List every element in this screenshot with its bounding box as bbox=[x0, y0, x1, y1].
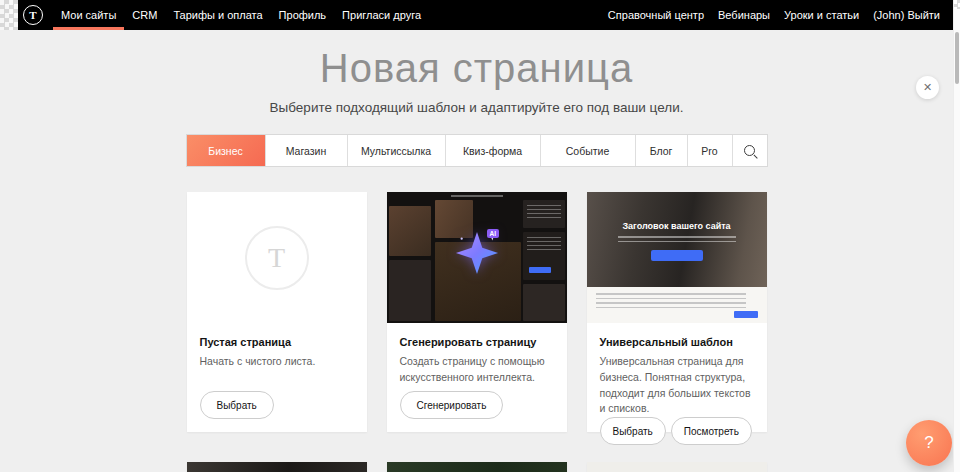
close-icon[interactable]: ✕ bbox=[916, 76, 939, 99]
collage-text-block bbox=[523, 200, 565, 228]
nav-crm[interactable]: CRM bbox=[124, 0, 165, 30]
view-template-button[interactable]: Посмотреть bbox=[671, 417, 752, 445]
tilda-logo[interactable]: T bbox=[23, 5, 43, 25]
page-subtitle: Выберите подходящий шаблон и адаптируйте… bbox=[0, 100, 953, 115]
card-description: Универсальная страница для бизнеса. Поня… bbox=[600, 354, 754, 417]
preview-blue-button bbox=[529, 267, 551, 273]
card-title: Сгенерировать страницу bbox=[400, 336, 554, 348]
template-category-tabs: Бизнес Магазин Мультиссылка Квиз-форма С… bbox=[186, 134, 768, 167]
tilda-logo-letter: T bbox=[29, 9, 36, 21]
card-generate-page[interactable]: AI Сгенерировать страницу Создать страни… bbox=[387, 192, 567, 432]
new-page-dialog: ✕ Новая страница Выберите подходящий шаб… bbox=[0, 30, 953, 472]
tab-multilink[interactable]: Мультиссылка bbox=[347, 135, 445, 166]
card-universal-template[interactable]: Заголовок вашего сайта Универсальный шаб… bbox=[587, 192, 767, 432]
tab-search[interactable] bbox=[732, 135, 767, 166]
scrollbar-track[interactable] bbox=[953, 0, 960, 472]
nav-tariffs-payment[interactable]: Тарифы и оплата bbox=[165, 0, 270, 30]
collage-image bbox=[523, 284, 565, 321]
tab-quiz-form[interactable]: Квиз-форма bbox=[445, 135, 540, 166]
card-body: Сгенерировать страницу Создать страницу … bbox=[387, 323, 567, 432]
card-description: Начать с чистого листа. bbox=[200, 354, 354, 370]
template-card-partial[interactable] bbox=[387, 462, 567, 472]
scrollbar-thumb[interactable] bbox=[955, 32, 959, 84]
nav-invite-friend[interactable]: Пригласи друга bbox=[334, 0, 429, 30]
preview-blue-button bbox=[651, 250, 703, 261]
ai-generate-preview: AI bbox=[387, 192, 567, 323]
nav-webinars[interactable]: Вебинары bbox=[711, 0, 777, 30]
tilda-mark-icon: T bbox=[245, 226, 309, 290]
tab-pro[interactable]: Pro bbox=[687, 135, 732, 166]
nav-logout[interactable]: (John) Выйти bbox=[866, 0, 947, 30]
tab-event[interactable]: Событие bbox=[540, 135, 635, 166]
collage-image bbox=[389, 260, 431, 321]
template-cards-row-partial bbox=[187, 462, 767, 472]
card-title: Универсальный шаблон bbox=[600, 336, 754, 348]
help-button[interactable]: ? bbox=[906, 420, 952, 466]
card-actions: Выбрать Посмотреть bbox=[600, 417, 754, 445]
card-body: Универсальный шаблон Универсальная стран… bbox=[587, 323, 767, 458]
page-title: Новая страница bbox=[0, 46, 953, 91]
card-title: Пустая страница bbox=[200, 336, 354, 348]
fake-text-lines bbox=[527, 205, 561, 219]
ai-badge: AI bbox=[487, 229, 500, 238]
card-description: Создать страницу с помощью искусственног… bbox=[400, 354, 554, 386]
collage-text-block bbox=[523, 232, 565, 280]
preview-header-line bbox=[451, 195, 503, 197]
nav-my-sites[interactable]: Мои сайты bbox=[53, 0, 124, 30]
nav-lessons-articles[interactable]: Уроки и статьи bbox=[777, 0, 866, 30]
topbar-spacer bbox=[429, 0, 601, 30]
fake-text-lines bbox=[527, 237, 561, 251]
topbar-right-nav: Справочный центр Вебинары Уроки и статьи… bbox=[601, 0, 947, 30]
transparency-checker-left bbox=[0, 0, 18, 30]
topbar: T Мои сайты CRM Тарифы и оплата Профиль … bbox=[0, 0, 953, 30]
collage-image bbox=[389, 206, 431, 256]
card-actions: Выбрать bbox=[200, 391, 354, 419]
preview-blue-button bbox=[734, 311, 758, 318]
template-card-partial[interactable] bbox=[587, 462, 767, 472]
template-hero: Заголовок вашего сайта bbox=[587, 192, 767, 287]
card-body: Пустая страница Начать с чистого листа. … bbox=[187, 323, 367, 432]
choose-blank-button[interactable]: Выбрать bbox=[200, 391, 274, 419]
template-card-partial[interactable] bbox=[187, 462, 367, 472]
universal-template-preview: Заголовок вашего сайта bbox=[587, 192, 767, 323]
nav-profile[interactable]: Профиль bbox=[271, 0, 335, 30]
topbar-left-nav: Мои сайты CRM Тарифы и оплата Профиль Пр… bbox=[53, 0, 429, 30]
choose-template-button[interactable]: Выбрать bbox=[600, 417, 666, 445]
template-hero-heading: Заголовок вашего сайта bbox=[622, 221, 730, 231]
search-icon bbox=[744, 145, 755, 156]
fake-text-lines bbox=[618, 236, 736, 243]
tab-blog[interactable]: Блог bbox=[635, 135, 687, 166]
generate-button[interactable]: Сгенерировать bbox=[400, 391, 504, 419]
blank-page-preview: T bbox=[187, 192, 367, 323]
transparency-checker-right bbox=[954, 0, 960, 9]
fake-text-lines bbox=[596, 293, 746, 310]
topbar-black-bar: T Мои сайты CRM Тарифы и оплата Профиль … bbox=[18, 0, 953, 30]
template-text-section bbox=[587, 287, 767, 323]
card-blank-page[interactable]: T Пустая страница Начать с чистого листа… bbox=[187, 192, 367, 432]
screen: T Мои сайты CRM Тарифы и оплата Профиль … bbox=[0, 0, 960, 472]
tab-business[interactable]: Бизнес bbox=[187, 135, 265, 166]
nav-help-center[interactable]: Справочный центр bbox=[601, 0, 711, 30]
card-actions: Сгенерировать bbox=[400, 391, 554, 419]
tilda-mark-letter: T bbox=[268, 242, 285, 274]
template-cards-row: T Пустая страница Начать с чистого листа… bbox=[187, 192, 767, 432]
tab-shop[interactable]: Магазин bbox=[265, 135, 347, 166]
